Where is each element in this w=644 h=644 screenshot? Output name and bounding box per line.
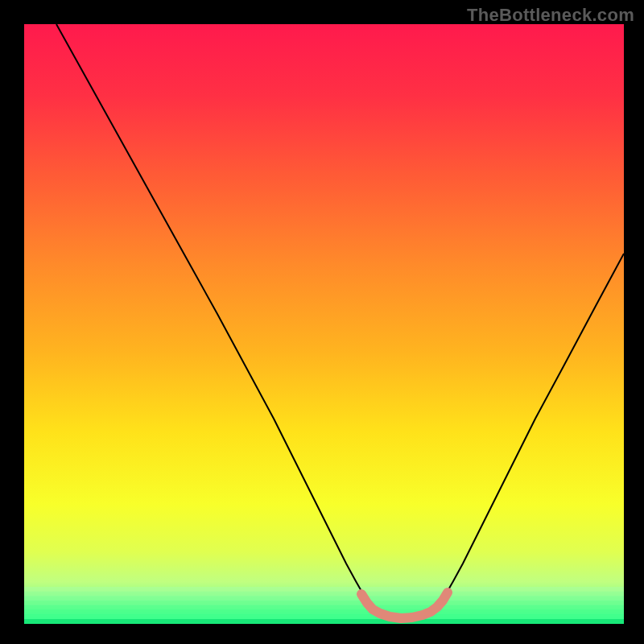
- svg-rect-7: [24, 614, 624, 619]
- svg-rect-5: [24, 605, 624, 610]
- green-base-stripe: [24, 619, 624, 624]
- svg-rect-3: [24, 596, 624, 601]
- svg-rect-4: [24, 601, 624, 605]
- gradient-bands-bottom: [24, 587, 624, 620]
- chart-frame: { "watermark": "TheBottleneck.com", "plo…: [0, 0, 644, 644]
- watermark-text: TheBottleneck.com: [467, 5, 634, 26]
- svg-rect-6: [24, 610, 624, 615]
- svg-rect-1: [24, 587, 624, 592]
- gradient-background: [24, 24, 624, 624]
- bottleneck-chart: [0, 0, 644, 644]
- svg-rect-2: [24, 592, 624, 597]
